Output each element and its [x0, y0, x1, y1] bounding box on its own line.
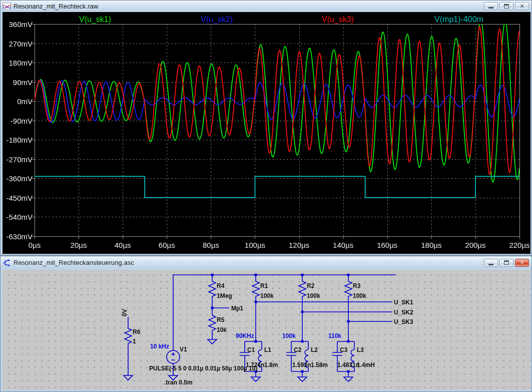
close-icon: ✕	[519, 4, 524, 9]
waveform-plot-area[interactable]: V(u_sk1)V(u_sk2)V(u_sk3)V(mp1)-400m 360m…	[3, 12, 530, 254]
l2-value: 1.58m	[311, 361, 328, 368]
resistor-symbol-r5[interactable]	[209, 313, 216, 333]
waveform-window: Resonanz_mit_Rechteck.raw ✕ V(u_sk1)V(u_…	[0, 0, 532, 255]
l1-value: 1.8m	[264, 361, 278, 368]
l1-name: L1	[264, 346, 271, 353]
schematic-window: Resonanz_mit_Rechteckansteuerung.asc ✕	[0, 256, 532, 392]
restore-button[interactable]	[499, 2, 513, 10]
net-label-0v: 0V	[121, 309, 128, 316]
y-tick-label: 0mV	[3, 97, 33, 106]
y-tick-label: -540mV	[3, 213, 33, 221]
y-tick-label: 180mV	[3, 59, 33, 67]
x-tick-label: 40µs	[115, 241, 131, 249]
net-label-mp1: Mp1	[231, 305, 243, 312]
ground-symbol[interactable]	[124, 375, 133, 380]
minimize-button[interactable]	[484, 259, 498, 267]
c3-name: C3	[340, 346, 348, 353]
resistor-symbol-r6[interactable]	[125, 326, 132, 346]
window-controls: ✕	[484, 259, 529, 267]
r2-name: R2	[307, 282, 315, 289]
tank3-resonance-comment: 110k	[328, 332, 341, 339]
schematic-canvas[interactable]: R4 1Meg R1 100k R2 100k R3 100k R5 10k R…	[3, 270, 530, 390]
ground-symbol[interactable]	[344, 377, 353, 381]
close-icon: ✕	[519, 260, 524, 265]
resistor-symbol-r3[interactable]	[345, 279, 352, 299]
r4-value: 1Meg	[217, 292, 232, 299]
tank2-resonance-comment: 100k	[282, 332, 296, 339]
ground-symbol[interactable]	[251, 377, 260, 381]
close-button[interactable]: ✕	[515, 2, 529, 10]
net-label-u-sk3: U_SK3	[394, 318, 413, 325]
schematic-titlebar[interactable]: Resonanz_mit_Rechteckansteuerung.asc ✕	[1, 256, 531, 269]
y-tick-label: -450mV	[3, 194, 33, 202]
y-tick-label: -180mV	[3, 136, 33, 144]
r2-value: 100k	[307, 292, 320, 299]
tran-directive: .tran 0.5m	[164, 379, 193, 386]
resistor-symbol-r4[interactable]	[209, 279, 216, 299]
ground-symbol[interactable]	[208, 339, 217, 344]
minimize-button[interactable]	[484, 2, 498, 10]
r3-name: R3	[353, 282, 361, 289]
l2-name: L2	[311, 346, 318, 353]
c1-name: C1	[247, 346, 255, 353]
net-label-u-sk1: U_SK1	[394, 299, 413, 306]
l3-name: L3	[357, 346, 364, 353]
waveform-titlebar[interactable]: Resonanz_mit_Rechteck.raw ✕	[1, 1, 531, 12]
trace-label[interactable]: V(u_sk2)	[201, 15, 233, 24]
r5-value: 10k	[217, 326, 227, 333]
y-tick-label: 90mV	[3, 78, 33, 87]
y-tick-label: -360mV	[3, 174, 33, 183]
r1-value: 100k	[260, 292, 274, 299]
l3-value: 1.4mH	[357, 361, 375, 368]
x-tick-label: 120µs	[289, 241, 309, 249]
x-tick-label: 160µs	[377, 241, 397, 249]
x-tick-label: 140µs	[333, 241, 353, 249]
v1-name: V1	[180, 346, 187, 353]
resistor-symbol-r1[interactable]	[252, 279, 259, 299]
ground-symbol[interactable]	[298, 377, 307, 381]
x-tick-label: 80µs	[203, 241, 219, 249]
y-tick-label: -90mV	[3, 117, 33, 125]
trace-label[interactable]: V(u_sk3)	[322, 15, 354, 24]
junction-dots	[211, 274, 350, 373]
waveform-file-icon	[3, 3, 11, 10]
r6-name: R6	[133, 328, 141, 335]
v1-frequency-comment: 10 kHz	[150, 343, 169, 350]
y-tick-label: -630mV	[3, 232, 33, 241]
voltage-source-v1[interactable]	[167, 350, 180, 363]
x-tick-label: 100µs	[245, 241, 265, 249]
x-tick-label: 180µs	[421, 241, 441, 249]
resistor-symbol-r2[interactable]	[299, 279, 306, 299]
x-tick-label: 20µs	[71, 241, 87, 249]
waveform-chart-canvas[interactable]	[3, 12, 530, 254]
y-tick-label: 360mV	[3, 20, 33, 29]
minimize-icon	[488, 7, 493, 9]
r5-name: R5	[217, 316, 225, 323]
c2-name: C2	[294, 346, 302, 353]
ltspice-workspace: Resonanz_mit_Rechteck.raw ✕ V(u_sk1)V(u_…	[0, 0, 532, 392]
v1-pulse-spec: PULSE(-5 5 0 0.01µ 0.01µ 50µ 100µ 10)	[149, 365, 257, 372]
y-tick-label: 270mV	[3, 40, 33, 48]
y-tick-label: -270mV	[3, 155, 33, 164]
r6-value: 1	[133, 338, 136, 345]
restore-button[interactable]	[499, 259, 513, 267]
minimize-icon	[488, 264, 493, 265]
trace-label[interactable]: V(mp1)-400m	[434, 15, 483, 24]
close-button[interactable]: ✕	[515, 259, 529, 267]
x-tick-label: 220µs	[509, 241, 529, 249]
window-controls: ✕	[484, 2, 529, 10]
trace-label[interactable]: V(u_sk1)	[79, 15, 111, 24]
r3-value: 100k	[353, 292, 366, 299]
r1-name: R1	[260, 282, 268, 289]
waveform-window-title: Resonanz_mit_Rechteck.raw	[14, 3, 481, 10]
tank1-resonance-comment: 90KHz	[236, 332, 254, 339]
x-tick-label: 60µs	[159, 241, 175, 249]
x-tick-label: 200µs	[465, 241, 485, 249]
schematic-window-title: Resonanz_mit_Rechteckansteuerung.asc	[14, 259, 481, 266]
restore-icon	[504, 260, 509, 265]
c3-value: 1.4831n	[337, 361, 359, 368]
net-label-u-sk2: U_SK2	[394, 309, 413, 316]
r4-name: R4	[217, 282, 225, 289]
schematic-file-icon	[3, 259, 11, 266]
restore-icon	[504, 4, 509, 9]
